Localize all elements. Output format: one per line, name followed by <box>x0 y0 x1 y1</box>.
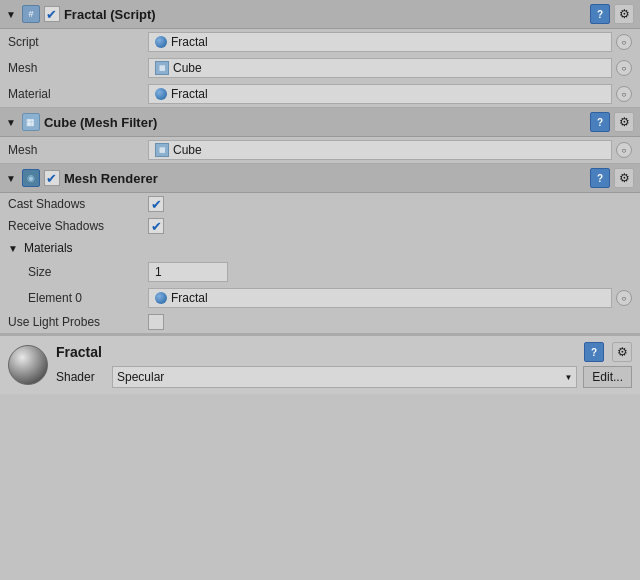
material-script-label: Material <box>8 87 148 101</box>
mesh-script-value-field[interactable]: ▦ Cube <box>148 58 612 78</box>
shader-dropdown-arrow: ▼ <box>564 373 572 382</box>
mesh-renderer-help-btn[interactable]: ? <box>590 168 610 188</box>
cast-shadows-checkbox[interactable]: ✔ <box>148 196 164 212</box>
fractal-script-header: ▼ # ✔ Fractal (Script) ? ⚙ <box>0 0 640 29</box>
shader-label: Shader <box>56 370 106 384</box>
element0-value-text: Fractal <box>171 291 208 305</box>
material-help-btn[interactable]: ? <box>584 342 604 362</box>
fractal-script-icon: # <box>22 5 40 23</box>
fractal-script-title: Fractal (Script) <box>64 7 586 22</box>
cube-mesh-filter-header: ▼ ▦ Cube (Mesh Filter) ? ⚙ <box>0 108 640 137</box>
mesh-script-row: Mesh ▦ Cube ○ <box>0 55 640 81</box>
shader-select-value: Specular <box>117 370 164 384</box>
size-value-field[interactable]: 1 <box>148 262 228 282</box>
cube-mesh-filter-arrow[interactable]: ▼ <box>6 117 16 128</box>
mesh-icon-glyph: ▦ <box>26 117 35 127</box>
element0-circle-btn[interactable]: ○ <box>616 290 632 306</box>
mesh-script-icon: ▦ <box>155 61 169 75</box>
cube-mesh-label: Mesh <box>8 143 148 157</box>
shader-edit-btn[interactable]: Edit... <box>583 366 632 388</box>
mesh-renderer-enabled-checkbox[interactable]: ✔ <box>44 170 60 186</box>
material-gear-btn[interactable]: ⚙ <box>612 342 632 362</box>
cube-mesh-value-field[interactable]: ▦ Cube <box>148 140 612 160</box>
fractal-script-row: Script Fractal ○ <box>0 29 640 55</box>
material-script-dot-icon <box>155 88 167 100</box>
cube-mesh-circle-btn[interactable]: ○ <box>616 142 632 158</box>
material-title: Fractal <box>56 344 576 360</box>
mesh-renderer-header: ▼ ◉ ✔ Mesh Renderer ? ⚙ <box>0 164 640 193</box>
light-probes-row: Use Light Probes <box>0 311 640 333</box>
shader-row: Shader Specular ▼ Edit... <box>56 366 632 388</box>
material-script-circle-btn[interactable]: ○ <box>616 86 632 102</box>
script-dot-icon <box>155 36 167 48</box>
materials-label: Materials <box>24 241 73 255</box>
fractal-script-help-btn[interactable]: ? <box>590 4 610 24</box>
script-value-field[interactable]: Fractal <box>148 32 612 52</box>
material-sphere-preview <box>8 345 48 385</box>
mesh-script-label: Mesh <box>8 61 148 75</box>
mesh-renderer-title: Mesh Renderer <box>64 171 586 186</box>
cube-mesh-filter-help-btn[interactable]: ? <box>590 112 610 132</box>
mesh-renderer-arrow[interactable]: ▼ <box>6 173 16 184</box>
cube-mesh-icon: ▦ <box>155 143 169 157</box>
mesh-script-circle-btn[interactable]: ○ <box>616 60 632 76</box>
script-label: Script <box>8 35 148 49</box>
fractal-script-panel: ▼ # ✔ Fractal (Script) ? ⚙ Script Fracta… <box>0 0 640 108</box>
script-value-text: Fractal <box>171 35 208 49</box>
cast-shadows-row: Cast Shadows ✔ <box>0 193 640 215</box>
materials-arrow[interactable]: ▼ <box>8 243 18 254</box>
material-script-row: Material Fractal ○ <box>0 81 640 107</box>
cube-mesh-value-text: Cube <box>173 143 202 157</box>
shader-edit-label: Edit... <box>592 370 623 384</box>
cast-shadows-label: Cast Shadows <box>8 197 148 211</box>
fractal-script-arrow[interactable]: ▼ <box>6 9 16 20</box>
light-probes-checkbox[interactable] <box>148 314 164 330</box>
fractal-script-enabled-checkbox[interactable]: ✔ <box>44 6 60 22</box>
cube-mesh-filter-icon: ▦ <box>22 113 40 131</box>
receive-shadows-row: Receive Shadows ✔ <box>0 215 640 237</box>
size-label: Size <box>8 265 148 279</box>
renderer-icon-glyph: ◉ <box>27 173 35 183</box>
size-value-text: 1 <box>155 265 162 279</box>
element0-row: Element 0 Fractal ○ <box>0 285 640 311</box>
shader-select[interactable]: Specular ▼ <box>112 366 577 388</box>
mesh-renderer-icon: ◉ <box>22 169 40 187</box>
mesh-script-value-text: Cube <box>173 61 202 75</box>
mesh-renderer-gear-btn[interactable]: ⚙ <box>614 168 634 188</box>
mesh-renderer-panel: ▼ ◉ ✔ Mesh Renderer ? ⚙ Cast Shadows ✔ R… <box>0 164 640 334</box>
material-script-value-field[interactable]: Fractal <box>148 84 612 104</box>
element0-dot-icon <box>155 292 167 304</box>
receive-shadows-label: Receive Shadows <box>8 219 148 233</box>
cube-mesh-filter-panel: ▼ ▦ Cube (Mesh Filter) ? ⚙ Mesh ▦ Cube ○ <box>0 108 640 164</box>
cube-mesh-row: Mesh ▦ Cube ○ <box>0 137 640 163</box>
light-probes-label: Use Light Probes <box>8 315 148 329</box>
cube-mesh-filter-title: Cube (Mesh Filter) <box>44 115 586 130</box>
materials-section-row: ▼ Materials <box>0 237 640 259</box>
cube-mesh-filter-gear-btn[interactable]: ⚙ <box>614 112 634 132</box>
fractal-script-gear-btn[interactable]: ⚙ <box>614 4 634 24</box>
script-circle-btn[interactable]: ○ <box>616 34 632 50</box>
material-bottom-panel: Fractal ? ⚙ Shader Specular ▼ Edit... <box>0 334 640 394</box>
size-row: Size 1 <box>0 259 640 285</box>
material-title-row: Fractal ? ⚙ <box>56 342 632 362</box>
material-script-value-text: Fractal <box>171 87 208 101</box>
receive-shadows-checkbox[interactable]: ✔ <box>148 218 164 234</box>
element0-label: Element 0 <box>8 291 148 305</box>
element0-value-field[interactable]: Fractal <box>148 288 612 308</box>
material-bottom-right: Fractal ? ⚙ Shader Specular ▼ Edit... <box>56 342 632 388</box>
